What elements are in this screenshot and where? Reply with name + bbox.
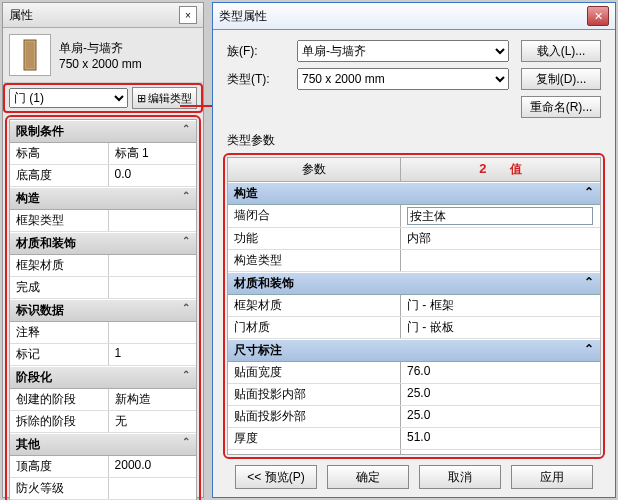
param-name: 框架材质 — [228, 295, 401, 316]
ok-button[interactable]: 确定 — [327, 465, 409, 489]
param-value[interactable]: 2000.0 — [401, 450, 600, 455]
cancel-button[interactable]: 取消 — [419, 465, 501, 489]
property-row[interactable]: 框架类型 — [10, 210, 196, 232]
section-header[interactable]: 标识数据⌃ — [10, 299, 196, 322]
type-section-header[interactable]: 构造⌃ — [228, 182, 600, 205]
properties-panel: 属性 × 单扇-与墙齐 750 x 2000 mm 门 (1) ⊞ 编辑类型 限… — [2, 2, 204, 498]
type-param-row[interactable]: 门材质门 - 嵌板 — [228, 317, 600, 339]
edit-type-label: 编辑类型 — [148, 91, 192, 106]
type-select[interactable]: 750 x 2000 mm — [297, 68, 509, 90]
param-value-input[interactable] — [407, 207, 593, 225]
type-label: 750 x 2000 mm — [59, 57, 142, 71]
type-param-row[interactable]: 贴面投影内部25.0 — [228, 384, 600, 406]
param-name: 门材质 — [228, 317, 401, 338]
property-value[interactable]: 1 — [109, 344, 196, 365]
param-value[interactable] — [401, 250, 600, 271]
param-value[interactable]: 内部 — [401, 228, 600, 249]
property-row[interactable]: 标记1 — [10, 344, 196, 366]
type-dialog-title: 类型属性 — [219, 8, 267, 25]
property-name: 创建的阶段 — [10, 389, 109, 410]
col-header-param: 参数 — [228, 158, 401, 181]
section-header[interactable]: 材质和装饰⌃ — [10, 232, 196, 255]
property-value[interactable] — [109, 478, 196, 499]
edit-type-icon: ⊞ — [137, 92, 146, 105]
instance-selector[interactable]: 门 (1) — [9, 88, 128, 108]
type-param-row[interactable]: 厚度51.0 — [228, 428, 600, 450]
property-value[interactable] — [109, 277, 196, 298]
param-name: 贴面投影内部 — [228, 384, 401, 405]
type-parameter-grid: 参数 2 值 构造⌃墙闭合功能内部构造类型材质和装饰⌃框架材质门 - 框架门材质… — [227, 157, 601, 455]
property-value[interactable]: 0.0 — [109, 165, 196, 186]
property-value[interactable] — [109, 210, 196, 231]
property-row[interactable]: 注释 — [10, 322, 196, 344]
param-name: 贴面宽度 — [228, 362, 401, 383]
section-header[interactable]: 构造⌃ — [10, 187, 196, 210]
param-value[interactable]: 门 - 嵌板 — [401, 317, 600, 338]
chevron-icon: ⌃ — [182, 123, 190, 140]
property-row[interactable]: 框架材质 — [10, 255, 196, 277]
type-grid-annotation: 参数 2 值 构造⌃墙闭合功能内部构造类型材质和装饰⌃框架材质门 - 框架门材质… — [223, 153, 605, 459]
family-name: 单扇-与墙齐 — [59, 40, 142, 57]
param-value[interactable]: 76.0 — [401, 362, 600, 383]
chevron-icon: ⌃ — [182, 369, 190, 386]
copy-button[interactable]: 复制(D)... — [521, 68, 601, 90]
param-value[interactable]: 25.0 — [401, 406, 600, 427]
param-value[interactable]: 25.0 — [401, 384, 600, 405]
property-value[interactable] — [109, 322, 196, 343]
svg-rect-1 — [26, 42, 34, 68]
param-value[interactable]: 门 - 框架 — [401, 295, 600, 316]
type-param-row[interactable]: 墙闭合 — [228, 205, 600, 228]
property-value[interactable] — [109, 255, 196, 276]
type-param-row[interactable]: 高度2000.0 — [228, 450, 600, 455]
type-param-row[interactable]: 贴面投影外部25.0 — [228, 406, 600, 428]
rename-button[interactable]: 重命名(R)... — [521, 96, 601, 118]
properties-titlebar: 属性 × — [3, 3, 203, 28]
type-section-header[interactable]: 材质和装饰⌃ — [228, 272, 600, 295]
property-row[interactable]: 底高度0.0 — [10, 165, 196, 187]
dialog-close-button[interactable]: ✕ — [587, 6, 609, 26]
param-name: 贴面投影外部 — [228, 406, 401, 427]
property-value[interactable]: 无 — [109, 411, 196, 432]
section-header[interactable]: 阶段化⌃ — [10, 366, 196, 389]
properties-grid: 限制条件⌃标高标高 1底高度0.0构造⌃框架类型材质和装饰⌃框架材质完成标识数据… — [9, 119, 197, 500]
family-select[interactable]: 单扇-与墙齐 — [297, 40, 509, 62]
edit-type-button[interactable]: ⊞ 编辑类型 — [132, 87, 197, 109]
property-value[interactable]: 新构造 — [109, 389, 196, 410]
param-value[interactable]: 51.0 — [401, 428, 600, 449]
instance-selector-row: 门 (1) ⊞ 编辑类型 — [3, 83, 203, 113]
property-row[interactable]: 创建的阶段新构造 — [10, 389, 196, 411]
type-preview-row[interactable]: 单扇-与墙齐 750 x 2000 mm — [3, 28, 203, 83]
dialog-button-row: << 预览(P) 确定 取消 应用 — [213, 465, 615, 489]
section-header[interactable]: 限制条件⌃ — [10, 120, 196, 143]
param-name: 构造类型 — [228, 250, 401, 271]
param-name: 功能 — [228, 228, 401, 249]
param-value[interactable] — [401, 205, 600, 227]
type-section-header[interactable]: 尺寸标注⌃ — [228, 339, 600, 362]
property-row[interactable]: 顶高度2000.0 — [10, 456, 196, 478]
property-name: 框架材质 — [10, 255, 109, 276]
preview-button[interactable]: << 预览(P) — [235, 465, 317, 489]
chevron-icon: ⌃ — [584, 185, 594, 202]
property-row[interactable]: 拆除的阶段无 — [10, 411, 196, 433]
type-param-row[interactable]: 构造类型 — [228, 250, 600, 272]
type-dialog-titlebar: 类型属性 ✕ — [213, 3, 615, 30]
property-row[interactable]: 防火等级 — [10, 478, 196, 500]
load-button[interactable]: 载入(L)... — [521, 40, 601, 62]
type-param-row[interactable]: 功能内部 — [228, 228, 600, 250]
property-value[interactable]: 标高 1 — [109, 143, 196, 164]
property-name: 底高度 — [10, 165, 109, 186]
chevron-icon: ⌃ — [182, 436, 190, 453]
section-header[interactable]: 其他⌃ — [10, 433, 196, 456]
apply-button[interactable]: 应用 — [511, 465, 593, 489]
param-name: 厚度 — [228, 428, 401, 449]
property-name: 拆除的阶段 — [10, 411, 109, 432]
type-param-row[interactable]: 贴面宽度76.0 — [228, 362, 600, 384]
family-label: 族(F): — [227, 43, 297, 60]
type-grid-header: 参数 2 值 — [228, 158, 600, 182]
property-value[interactable]: 2000.0 — [109, 456, 196, 477]
property-row[interactable]: 完成 — [10, 277, 196, 299]
property-row[interactable]: 标高标高 1 — [10, 143, 196, 165]
type-param-row[interactable]: 框架材质门 - 框架 — [228, 295, 600, 317]
type-properties-dialog: 类型属性 ✕ 族(F): 单扇-与墙齐 载入(L)... 类型(T): 750 … — [212, 2, 616, 498]
close-icon[interactable]: × — [179, 6, 197, 24]
